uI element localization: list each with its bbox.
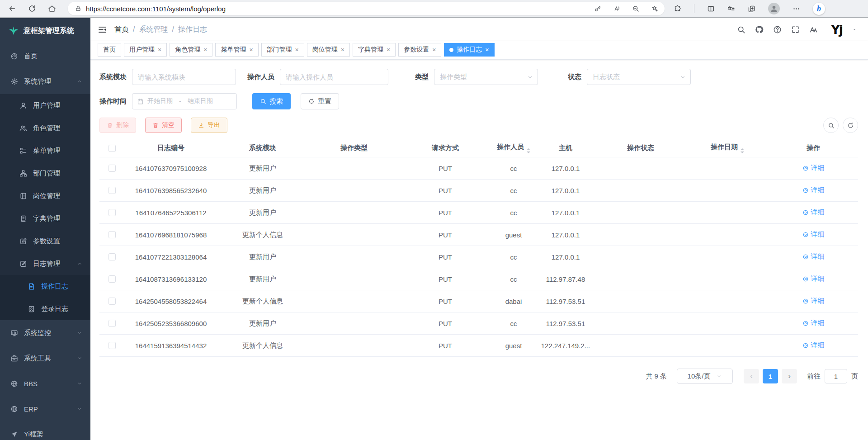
date-range-picker[interactable]: 开始日期 - 结束日期 [132,93,237,109]
type-select[interactable]: 操作类型 [434,69,538,85]
row-checkbox[interactable] [108,187,116,194]
page-size-select[interactable]: 10条/页 [677,369,733,384]
sidebar-item-11[interactable]: 操作日志 [0,275,90,298]
font-size-icon[interactable] [809,25,818,34]
address-bar[interactable]: https://ccnetcore.com:1101/system/log/op… [68,2,665,15]
status-select[interactable]: 日志状态 [587,69,691,85]
tab-close-icon[interactable]: × [158,46,161,53]
module-input[interactable] [132,69,236,85]
sidebar-item-5[interactable]: 菜单管理 [0,139,90,162]
split-screen-icon[interactable] [707,5,715,13]
tab-close-icon[interactable]: × [249,46,253,53]
search-button[interactable]: 搜索 [252,93,291,109]
help-icon[interactable] [773,25,782,34]
sidebar-item-6[interactable]: 部门管理 [0,162,90,185]
sidebar-item-10[interactable]: 日志管理 [0,252,90,275]
sidebar-item-8[interactable]: 字典管理 [0,207,90,230]
delete-button[interactable]: 删除 [99,118,136,133]
browser-back-icon[interactable] [8,5,16,13]
operator-input[interactable] [280,69,388,85]
refresh-table-button[interactable] [843,118,858,133]
sidebar-item-13[interactable]: 系统监控 [0,320,90,345]
fullscreen-icon[interactable] [791,25,800,34]
extensions-icon[interactable] [674,5,681,13]
clear-button[interactable]: 清空 [145,118,182,133]
collapse-sidebar-icon[interactable] [98,25,107,34]
tab-4[interactable]: 菜单管理× [215,43,258,57]
tab-2[interactable]: 用户管理× [124,43,167,57]
show-search-button[interactable] [823,118,839,133]
zoom-out-icon[interactable] [632,5,639,12]
browser-home-icon[interactable] [48,5,56,13]
detail-link[interactable]: 详细 [802,164,825,172]
lock-icon[interactable] [75,5,81,12]
github-icon[interactable] [755,25,764,34]
sidebar-item-4[interactable]: 角色管理 [0,117,90,139]
collections-icon[interactable] [748,5,755,13]
user-menu-caret-icon[interactable] [852,27,857,32]
prev-page-button[interactable]: ‹ [744,369,759,383]
favorites-icon[interactable] [727,5,735,13]
detail-link[interactable]: 详细 [802,274,825,283]
sidebar-item-2[interactable]: 系统管理 [0,69,90,94]
browser-reload-icon[interactable] [28,5,36,13]
reset-button[interactable]: 重置 [301,93,339,109]
profile-avatar[interactable] [768,3,780,14]
sidebar-item-17[interactable]: Yi框架 [0,421,90,440]
row-checkbox[interactable] [108,275,116,283]
sidebar-item-7[interactable]: 岗位管理 [0,185,90,207]
detail-link[interactable]: 详细 [802,186,825,194]
current-page-button[interactable]: 1 [763,369,778,383]
detail-link[interactable]: 详细 [802,341,825,350]
tab-7[interactable]: 字典管理× [353,43,396,57]
detail-link[interactable]: 详细 [802,230,825,239]
goto-page-input[interactable] [825,369,847,383]
export-button[interactable]: 导出 [191,118,227,133]
tab-6[interactable]: 岗位管理× [307,43,350,57]
row-checkbox[interactable] [108,231,116,238]
row-checkbox[interactable] [108,342,116,349]
sidebar-item-14[interactable]: 系统工具 [0,345,90,371]
row-checkbox[interactable] [108,298,116,305]
detail-link[interactable]: 详细 [802,208,825,217]
sidebar-item-12[interactable]: 登录日志 [0,298,90,320]
select-all-checkbox[interactable] [108,145,116,152]
tab-close-icon[interactable]: × [387,46,390,53]
sidebar-item-9[interactable]: 参数设置 [0,230,90,252]
sort-caret-icon[interactable] [527,148,530,153]
tab-close-icon[interactable]: × [341,46,344,53]
sidebar-item-3[interactable]: 用户管理 [0,94,90,117]
tab-9[interactable]: 操作日志× [444,43,494,57]
user-logo[interactable]: Yj [831,23,842,37]
bing-chat-icon[interactable]: b [813,3,825,15]
row-checkbox[interactable] [108,209,116,216]
tab-close-icon[interactable]: × [295,46,299,53]
tab-close-icon[interactable]: × [485,46,489,53]
password-key-icon[interactable] [594,5,601,12]
row-checkbox[interactable] [108,165,116,172]
url-text[interactable]: https://ccnetcore.com:1101/system/log/op… [86,5,594,13]
detail-link[interactable]: 详细 [802,319,825,327]
header-search-icon[interactable] [737,25,745,34]
tab-close-icon[interactable]: × [203,46,207,53]
row-checkbox[interactable] [108,253,116,260]
add-favorite-icon[interactable] [651,5,658,12]
row-checkbox[interactable] [108,320,116,327]
sort-caret-icon[interactable] [741,148,744,153]
status-label: 状态 [568,73,581,81]
tab-3[interactable]: 角色管理× [170,43,212,57]
sidebar-item-16[interactable]: ERP [0,396,90,421]
sidebar-item-15[interactable]: BBS [0,371,90,396]
sidebar-item-1[interactable]: 首页 [0,43,90,69]
tab-1[interactable]: 首页 [98,43,121,57]
detail-link[interactable]: 详细 [802,297,825,305]
read-aloud-icon[interactable] [613,5,620,12]
tab-5[interactable]: 部门管理× [261,43,304,57]
breadcrumb-system[interactable]: 系统管理 [139,25,168,34]
tab-close-icon[interactable]: × [432,46,436,53]
tab-8[interactable]: 参数设置× [398,43,441,57]
next-page-button[interactable]: › [782,369,797,383]
more-menu-icon[interactable] [793,5,800,13]
detail-link[interactable]: 详细 [802,252,825,261]
breadcrumb-home[interactable]: 首页 [114,25,129,34]
